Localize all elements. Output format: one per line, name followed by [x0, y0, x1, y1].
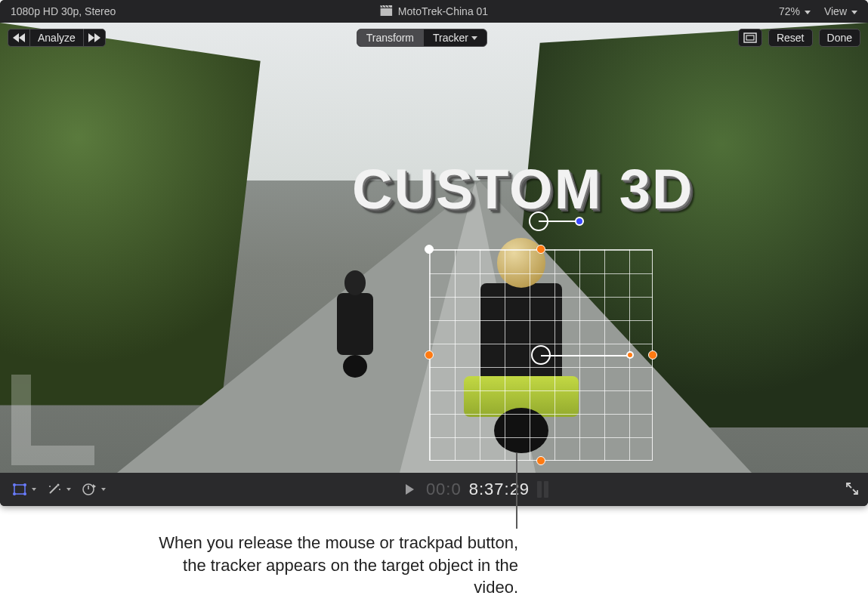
retime-tool-menu[interactable] — [79, 480, 109, 499]
svg-point-14 — [23, 483, 26, 486]
expand-icon — [845, 482, 859, 495]
svg-point-13 — [13, 483, 16, 486]
timecode-dim: 00:0 — [426, 480, 462, 499]
viewer-window: 1080p HD 30p, Stereo MotoTrek-China 01 7… — [0, 0, 868, 506]
clapperboard-icon — [380, 5, 392, 18]
tracker-handle-left-center[interactable] — [425, 350, 434, 360]
viewer-bottom-toolbar: 00:08:37:29 — [0, 473, 868, 506]
fit-to-frame-button[interactable] — [738, 29, 762, 47]
timecode-bright: 8:37:29 — [469, 480, 530, 499]
clip-format-label: 1080p HD 30p, Stereo — [11, 5, 116, 17]
analyze-forward-button[interactable] — [83, 29, 106, 47]
view-dropdown[interactable]: View — [824, 5, 857, 17]
timecode-display: 00:08:37:29 — [406, 480, 548, 499]
safe-zone-l-indicator — [11, 375, 102, 465]
analyze-back-button[interactable] — [8, 29, 29, 47]
top-info-bar: 1080p HD 30p, Stereo MotoTrek-China 01 7… — [0, 0, 868, 23]
enhance-tool-menu[interactable] — [44, 480, 74, 499]
analyze-button[interactable]: Analyze — [29, 29, 83, 47]
done-button[interactable]: Done — [819, 29, 860, 47]
mode-tracker-label: Tracker — [433, 32, 468, 44]
svg-point-19 — [49, 486, 51, 487]
svg-rect-12 — [14, 485, 25, 494]
tracker-handle-top-left[interactable] — [425, 245, 434, 254]
tracker-handle-bottom-center[interactable] — [536, 456, 545, 465]
mode-transform[interactable]: Transform — [357, 29, 423, 46]
transform-icon — [12, 483, 27, 496]
audio-meters — [537, 481, 548, 498]
tracker-region[interactable] — [429, 249, 653, 461]
tracker-handle-right-center[interactable] — [648, 350, 657, 360]
magic-wand-icon — [47, 483, 62, 496]
svg-marker-5 — [13, 33, 19, 42]
svg-marker-8 — [94, 33, 100, 42]
zoom-dropdown[interactable]: 72% — [779, 5, 811, 17]
annotation-text: When you release the mouse or trackpad b… — [151, 532, 518, 599]
svg-marker-7 — [88, 33, 94, 42]
svg-rect-11 — [746, 35, 754, 40]
reset-button[interactable]: Reset — [768, 29, 813, 47]
svg-line-25 — [853, 489, 857, 494]
title-anchor-link — [539, 221, 579, 222]
chevron-down-icon — [471, 35, 477, 41]
tracker-offset-endpoint[interactable] — [626, 351, 634, 359]
mode-segmented-control: Transform Tracker — [357, 29, 487, 47]
svg-point-18 — [57, 484, 60, 486]
svg-point-15 — [13, 492, 16, 495]
tracker-handle-top-center[interactable] — [536, 245, 545, 254]
retime-icon — [82, 483, 97, 496]
svg-line-24 — [847, 483, 851, 488]
title-anchor-endpoint[interactable] — [575, 217, 584, 226]
clip-title: MotoTrek-China 01 — [398, 5, 488, 17]
viewer-canvas[interactable]: Analyze Transform Tracker Reset Done — [0, 23, 868, 473]
fullscreen-button[interactable] — [845, 482, 859, 498]
mode-tracker[interactable]: Tracker — [423, 29, 487, 46]
svg-marker-9 — [471, 36, 477, 40]
annotation-leader-line — [516, 453, 517, 529]
svg-point-20 — [59, 489, 60, 490]
svg-rect-0 — [380, 8, 392, 16]
title-text-overlay[interactable]: CUSTOM 3D — [352, 157, 693, 221]
analyze-group: Analyze — [8, 29, 106, 47]
svg-point-16 — [23, 492, 26, 495]
svg-marker-6 — [19, 33, 25, 42]
transform-tool-menu[interactable] — [9, 480, 39, 499]
tracker-offset-line — [541, 355, 630, 356]
play-button[interactable] — [406, 484, 414, 495]
clip-title-group: MotoTrek-China 01 — [380, 5, 488, 18]
svg-marker-23 — [93, 484, 96, 489]
rider-far — [325, 264, 385, 378]
svg-line-17 — [50, 486, 57, 493]
